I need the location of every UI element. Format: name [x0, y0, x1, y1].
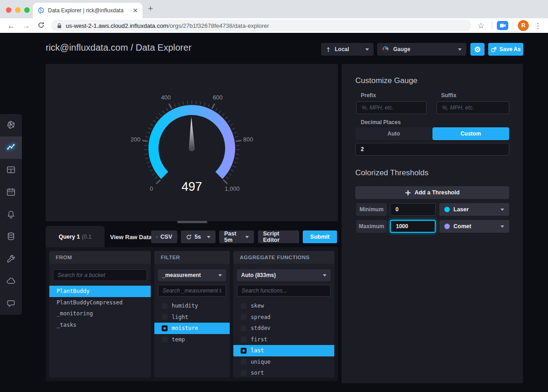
- timezone-pin-icon: [326, 46, 331, 53]
- list-item-_monitoring[interactable]: _monitoring: [49, 308, 151, 319]
- lock-icon: [57, 23, 62, 29]
- chevron-down-icon: [501, 225, 504, 228]
- panel-resize-handle[interactable]: [177, 221, 207, 223]
- checkbox[interactable]: [241, 370, 247, 376]
- function-search-input[interactable]: [237, 285, 331, 297]
- sidebar-item-load-data[interactable]: [0, 225, 22, 248]
- list-item-skew[interactable]: skew: [233, 300, 334, 312]
- auto-refresh-dropdown[interactable]: 5s: [181, 230, 216, 243]
- list-item-light[interactable]: light: [154, 312, 230, 323]
- list-item-PlantBuddyCompressed[interactable]: PlantBuddyCompressed: [49, 297, 151, 308]
- submit-button[interactable]: Submit: [303, 230, 337, 243]
- checkbox-dot: [163, 327, 166, 329]
- checkbox[interactable]: [241, 336, 247, 342]
- sidebar-item-feedback[interactable]: [0, 292, 22, 314]
- add-threshold-label: Add a Threshold: [415, 189, 460, 196]
- window-minimize-button[interactable]: [15, 7, 21, 13]
- minimum-color-dropdown[interactable]: Laser: [439, 203, 509, 216]
- maximum-color-dropdown[interactable]: Comet: [439, 220, 509, 233]
- chevron-down-icon: [323, 274, 327, 277]
- decimal-places-input[interactable]: [355, 143, 509, 156]
- filter-key-dropdown[interactable]: _measurement: [158, 269, 226, 281]
- list-item-_tasks[interactable]: _tasks: [49, 319, 151, 331]
- checkbox[interactable]: [162, 325, 168, 331]
- list-item-spread[interactable]: spread: [233, 312, 334, 323]
- svg-text:800: 800: [243, 136, 253, 143]
- bucket-list: PlantBuddyPlantBuddyCompressed_monitorin…: [49, 286, 151, 330]
- maximum-value-input[interactable]: [390, 220, 436, 233]
- list-item-unique[interactable]: unique: [233, 356, 334, 368]
- query-builder-panel: FROM PlantBuddyPlantBuddyCompressed_moni…: [46, 247, 338, 381]
- checkbox[interactable]: [241, 325, 247, 331]
- list-item-humidity[interactable]: humidity: [154, 300, 230, 312]
- filter-column: FILTER _measurement humiditylightmoistur…: [154, 251, 230, 377]
- database-icon: [6, 231, 16, 241]
- bell-icon: [6, 209, 16, 220]
- sidebar-item-home[interactable]: [0, 114, 22, 136]
- list-item-moisture[interactable]: moisture: [154, 323, 230, 334]
- tab-close-icon[interactable]: ✕: [132, 7, 138, 14]
- settings-gear-button[interactable]: ⚙: [470, 43, 485, 56]
- toolbar-divider2: [513, 21, 513, 30]
- back-icon[interactable]: ←: [7, 22, 15, 30]
- sidebar-item-alerts[interactable]: [0, 203, 22, 225]
- checkbox-dot: [242, 350, 245, 352]
- checkbox[interactable]: [162, 336, 168, 342]
- time-range-dropdown[interactable]: Past 5m: [219, 230, 254, 243]
- decimal-auto-option[interactable]: Auto: [355, 127, 432, 140]
- sidebar-item-settings[interactable]: [0, 248, 22, 270]
- decimal-custom-option[interactable]: Custom: [432, 127, 510, 140]
- influxdb-favicon-icon: [37, 7, 45, 14]
- timezone-dropdown[interactable]: Local: [321, 43, 374, 56]
- script-editor-button[interactable]: Script Editor: [258, 230, 299, 243]
- profile-avatar[interactable]: R: [518, 20, 529, 31]
- list-item-first[interactable]: first: [233, 334, 334, 345]
- csv-download-button[interactable]: CSV: [151, 230, 177, 243]
- view-raw-data-label: View Raw Data: [110, 234, 152, 240]
- list-item-temp[interactable]: temp: [154, 334, 230, 345]
- checkbox[interactable]: [162, 314, 168, 320]
- sidebar-item-data-explorer[interactable]: [0, 136, 22, 159]
- reload-icon[interactable]: [37, 21, 45, 30]
- new-tab-button[interactable]: +: [148, 4, 153, 14]
- minimum-value-input[interactable]: [390, 203, 436, 216]
- suffix-input[interactable]: [437, 101, 509, 114]
- list-item-label: humidity: [172, 303, 198, 309]
- extension-camera-icon[interactable]: [497, 21, 508, 30]
- visualization-type-dropdown[interactable]: Gauge: [377, 43, 466, 56]
- list-item-PlantBuddy[interactable]: PlantBuddy: [49, 286, 151, 297]
- checkbox[interactable]: [241, 359, 247, 365]
- tag-value-search-input[interactable]: [158, 285, 226, 297]
- bookmark-star-icon[interactable]: ☆: [478, 21, 485, 31]
- filter-column-header: FILTER: [154, 251, 230, 264]
- checkbox[interactable]: [241, 303, 247, 309]
- sidebar-item-cloud[interactable]: [0, 270, 22, 293]
- add-threshold-button[interactable]: Add a Threshold: [355, 186, 509, 199]
- prefix-input[interactable]: [356, 101, 427, 114]
- save-as-button[interactable]: Save As: [488, 43, 523, 56]
- checkbox[interactable]: [241, 314, 247, 320]
- browser-tab[interactable]: Data Explorer | rick@influxdata ✕: [33, 3, 142, 18]
- list-item-stddev[interactable]: stddev: [233, 323, 334, 334]
- checkbox[interactable]: [162, 303, 168, 309]
- bucket-search-input[interactable]: [53, 269, 147, 281]
- gauge-chart: 02004006008001,000497: [46, 64, 338, 221]
- list-item-label: temp: [172, 336, 185, 343]
- list-item-label: PlantBuddy: [57, 288, 90, 294]
- list-item-sort[interactable]: sort: [233, 367, 334, 377]
- forward-icon[interactable]: →: [22, 22, 30, 30]
- checkbox[interactable]: [241, 348, 247, 354]
- window-close-button[interactable]: [6, 7, 11, 13]
- browser-menu-icon[interactable]: ⋮: [534, 21, 542, 30]
- list-item-last[interactable]: last: [233, 345, 334, 356]
- list-item-label: skew: [251, 303, 264, 309]
- query-tab[interactable]: Query 1 (0.1: [46, 226, 105, 247]
- window-period-dropdown[interactable]: Auto (833ms): [237, 269, 331, 281]
- window-zoom-button[interactable]: [24, 7, 30, 13]
- list-item-label: PlantBuddyCompressed: [57, 299, 123, 306]
- sidebar-item-tasks[interactable]: [0, 181, 22, 203]
- suffix-label: Suffix: [441, 92, 456, 99]
- tab-title: Data Explorer | rick@influxdata: [48, 7, 129, 14]
- url-bar[interactable]: us-west-2-1.aws.cloud2.influxdata.com/or…: [51, 20, 471, 31]
- sidebar-item-dashboards[interactable]: [0, 159, 22, 181]
